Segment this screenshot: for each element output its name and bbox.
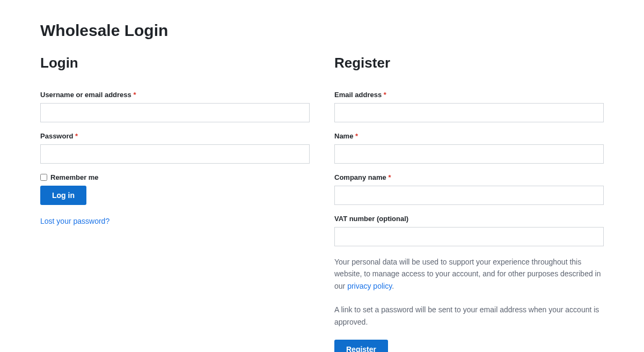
login-column: Login Username or email address * Passwo… bbox=[40, 55, 310, 352]
password-input[interactable] bbox=[40, 144, 310, 164]
page-title: Wholesale Login bbox=[40, 21, 604, 40]
required-asterisk: * bbox=[388, 173, 391, 181]
reg-vat-input[interactable] bbox=[334, 227, 604, 246]
reg-name-input[interactable] bbox=[334, 144, 604, 164]
remember-me-checkbox[interactable] bbox=[40, 174, 47, 181]
register-column: Register Email address * Name * Company … bbox=[334, 55, 604, 352]
reg-name-label-text: Name bbox=[334, 132, 353, 140]
reg-vat-label-text: VAT number (optional) bbox=[334, 215, 408, 223]
login-heading: Login bbox=[40, 55, 310, 71]
password-notice: A link to set a password will be sent to… bbox=[334, 304, 604, 328]
auth-columns: Login Username or email address * Passwo… bbox=[40, 55, 604, 352]
register-actions: Register bbox=[334, 340, 604, 352]
reg-vat-row: VAT number (optional) bbox=[334, 215, 604, 246]
reg-email-label-text: Email address bbox=[334, 91, 382, 99]
reg-company-label-text: Company name bbox=[334, 173, 386, 181]
username-row: Username or email address * bbox=[40, 91, 310, 122]
username-input[interactable] bbox=[40, 103, 310, 122]
reg-vat-label: VAT number (optional) bbox=[334, 215, 604, 223]
password-row: Password * bbox=[40, 132, 310, 164]
lost-password-link[interactable]: Lost your password? bbox=[40, 217, 109, 225]
required-asterisk: * bbox=[75, 132, 78, 140]
username-label-text: Username or email address bbox=[40, 91, 131, 99]
username-label: Username or email address * bbox=[40, 91, 310, 99]
reg-company-label: Company name * bbox=[334, 173, 604, 181]
reg-company-input[interactable] bbox=[334, 186, 604, 205]
register-button[interactable]: Register bbox=[334, 340, 388, 352]
privacy-policy-link[interactable]: privacy policy bbox=[347, 282, 392, 290]
reg-name-row: Name * bbox=[334, 132, 604, 164]
privacy-text-2: . bbox=[392, 282, 394, 290]
reg-email-row: Email address * bbox=[334, 91, 604, 122]
required-asterisk: * bbox=[133, 91, 136, 99]
privacy-notice: Your personal data will be used to suppo… bbox=[334, 256, 604, 292]
reg-name-label: Name * bbox=[334, 132, 604, 140]
remember-me-row: Remember me bbox=[40, 173, 310, 181]
register-heading: Register bbox=[334, 55, 604, 71]
reg-email-label: Email address * bbox=[334, 91, 604, 99]
login-actions: Log in bbox=[40, 186, 310, 205]
password-label-text: Password bbox=[40, 132, 73, 140]
remember-me-label: Remember me bbox=[50, 173, 99, 181]
required-asterisk: * bbox=[384, 91, 386, 99]
reg-email-input[interactable] bbox=[334, 103, 604, 122]
login-button[interactable]: Log in bbox=[40, 186, 86, 205]
password-label: Password * bbox=[40, 132, 310, 140]
reg-company-row: Company name * bbox=[334, 173, 604, 205]
required-asterisk: * bbox=[355, 132, 358, 140]
